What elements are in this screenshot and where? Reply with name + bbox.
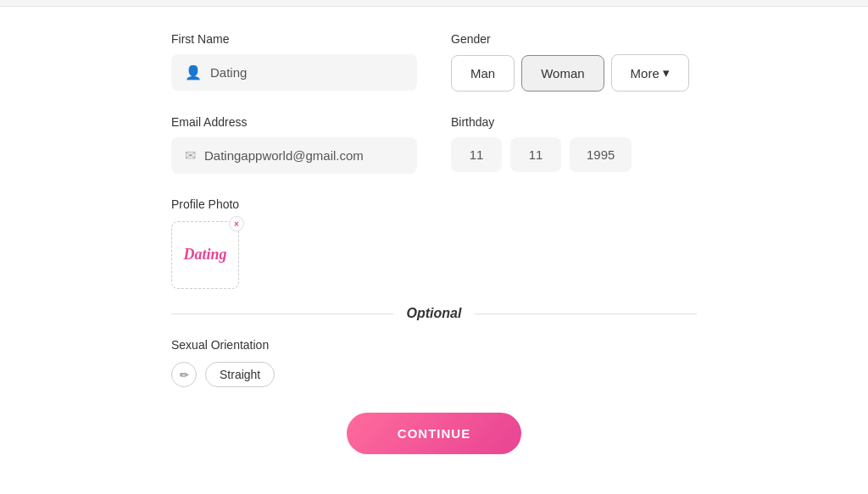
profile-photo-section: Profile Photo Dating × <box>171 197 697 289</box>
optional-label: Optional <box>407 306 462 321</box>
first-name-group: First Name 👤 <box>171 32 417 92</box>
divider-left <box>171 314 393 314</box>
continue-button[interactable]: CONTINUE <box>347 413 521 454</box>
email-input[interactable] <box>204 148 403 163</box>
chevron-down-icon: ▾ <box>663 65 670 80</box>
birthday-day[interactable]: 11 <box>451 137 502 172</box>
birthday-year[interactable]: 1995 <box>570 137 632 172</box>
email-icon: ✉ <box>185 147 196 164</box>
birthday-group: Birthday 11 11 1995 <box>451 115 697 174</box>
birthday-label: Birthday <box>451 115 697 129</box>
gender-label: Gender <box>451 32 697 46</box>
gender-man-button[interactable]: Man <box>451 55 515 92</box>
orientation-row: ✏ Straight <box>171 362 697 387</box>
orientation-edit-button[interactable]: ✏ <box>171 362 197 387</box>
orientation-label: Sexual Orientation <box>171 338 697 352</box>
first-name-input[interactable] <box>210 65 403 80</box>
divider-right <box>475 314 697 314</box>
profile-photo-label: Profile Photo <box>171 197 697 211</box>
row-1: First Name 👤 Gender Man Woman More ▾ <box>171 32 697 92</box>
gender-buttons: Man Woman More ▾ <box>451 54 697 92</box>
birthday-fields: 11 11 1995 <box>451 137 697 172</box>
orientation-tag: Straight <box>205 362 275 387</box>
continue-section: CONTINUE <box>171 413 697 454</box>
email-group: Email Address ✉ <box>171 115 417 174</box>
photo-preview-container: Dating × <box>171 221 239 289</box>
gender-woman-button[interactable]: Woman <box>521 55 604 92</box>
email-input-wrapper[interactable]: ✉ <box>171 137 417 174</box>
first-name-input-wrapper[interactable]: 👤 <box>171 54 417 91</box>
person-icon: 👤 <box>185 64 202 80</box>
orientation-section: Sexual Orientation ✏ Straight <box>171 338 697 387</box>
row-2: Email Address ✉ Birthday 11 11 1995 <box>171 115 697 174</box>
pencil-icon: ✏ <box>180 369 189 381</box>
gender-more-button[interactable]: More ▾ <box>611 54 689 92</box>
optional-divider: Optional <box>171 306 697 321</box>
birthday-month[interactable]: 11 <box>510 137 561 172</box>
photo-logo: Dating <box>183 247 226 264</box>
photo-preview[interactable]: Dating <box>171 221 239 289</box>
form-container: First Name 👤 Gender Man Woman More ▾ Ema… <box>171 7 697 454</box>
top-bar <box>0 0 868 7</box>
gender-group: Gender Man Woman More ▾ <box>451 32 697 92</box>
email-label: Email Address <box>171 115 417 129</box>
first-name-label: First Name <box>171 32 417 46</box>
remove-photo-button[interactable]: × <box>229 216 244 231</box>
